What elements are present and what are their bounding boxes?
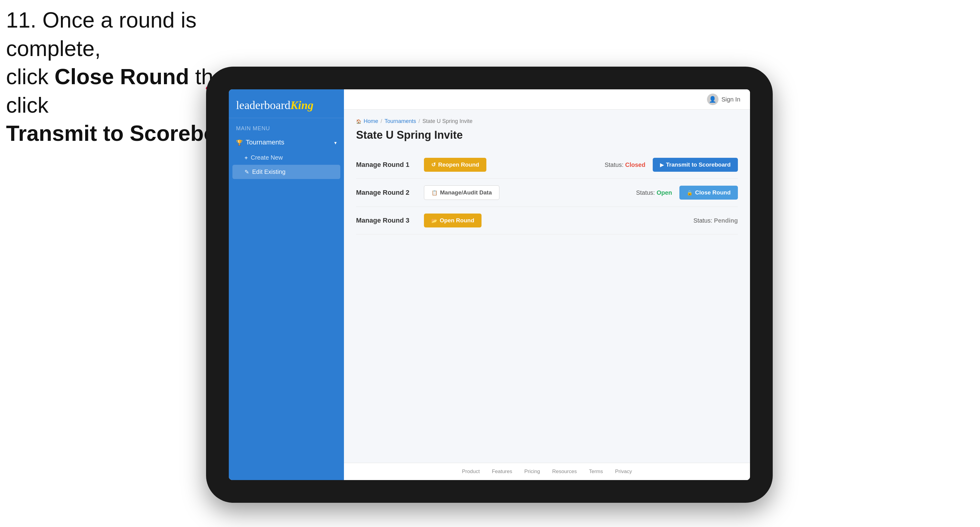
chevron-down-icon — [334, 138, 337, 146]
sidebar-item-create-new[interactable]: Create New — [229, 151, 344, 165]
round-1-status-value: Closed — [625, 162, 646, 168]
round-3-status-value: Pending — [714, 217, 738, 224]
round-1-status: Status: Closed — [605, 162, 646, 168]
round-1-title: Manage Round 1 — [356, 161, 417, 169]
sidebar-item-tournaments[interactable]: Tournaments — [229, 134, 344, 151]
open-round-button[interactable]: Open Round — [424, 214, 482, 227]
app-layout: leaderboardKing MAIN MENU Tournaments — [229, 89, 750, 480]
tablet-screen: leaderboardKing MAIN MENU Tournaments — [229, 89, 750, 480]
tablet-device: leaderboardKing MAIN MENU Tournaments — [206, 67, 773, 503]
tournaments-label: Tournaments — [246, 138, 284, 146]
edit-icon — [245, 168, 249, 175]
open-round-icon — [431, 217, 437, 224]
sidebar-menu: MAIN MENU Tournaments Create New — [229, 118, 344, 184]
logo: leaderboardKing — [236, 98, 337, 112]
footer-pricing[interactable]: Pricing — [524, 468, 540, 475]
reopen-icon — [431, 162, 436, 168]
instruction-line2: click Close Round then click — [6, 65, 237, 117]
sign-in-label: Sign In — [722, 96, 740, 103]
round-2-status: Status: Open — [636, 189, 672, 196]
close-icon — [687, 189, 693, 196]
home-icon — [356, 118, 361, 124]
sidebar: leaderboardKing MAIN MENU Tournaments — [229, 89, 344, 480]
round-3-title: Manage Round 3 — [356, 217, 417, 224]
breadcrumb-sep2: / — [418, 118, 420, 124]
sidebar-item-edit-existing[interactable]: Edit Existing — [232, 165, 340, 179]
transmit-icon — [660, 162, 663, 168]
manage-audit-button[interactable]: Manage/Audit Data — [424, 185, 500, 200]
breadcrumb-home[interactable]: Home — [364, 118, 378, 124]
sign-in-button[interactable]: 👤 Sign In — [707, 94, 740, 105]
logo-king: King — [290, 99, 313, 111]
footer: Product Features Pricing Resources Terms… — [344, 463, 750, 480]
footer-resources[interactable]: Resources — [552, 468, 577, 475]
menu-label: MAIN MENU — [229, 123, 344, 134]
round-2-row: Manage Round 2 Manage/Audit Data Status:… — [356, 179, 738, 207]
content-area: Home / Tournaments / State U Spring Invi… — [344, 110, 750, 463]
footer-product[interactable]: Product — [462, 468, 480, 475]
breadcrumb: Home / Tournaments / State U Spring Invi… — [356, 118, 738, 124]
breadcrumb-current: State U Spring Invite — [422, 118, 473, 124]
footer-features[interactable]: Features — [492, 468, 512, 475]
reopen-round-button[interactable]: Reopen Round — [424, 158, 486, 172]
logo-leaderboard: leaderboard — [236, 99, 290, 111]
sidebar-logo: leaderboardKing — [229, 89, 344, 118]
user-avatar: 👤 — [707, 94, 719, 105]
top-bar: 👤 Sign In — [344, 89, 750, 110]
round-3-row: Manage Round 3 Open Round Status: Pendin… — [356, 207, 738, 235]
round-3-status: Status: Pending — [693, 217, 738, 224]
edit-existing-label: Edit Existing — [252, 168, 285, 175]
footer-privacy[interactable]: Privacy — [615, 468, 632, 475]
main-content: 👤 Sign In Home / Tournaments / State U S… — [344, 89, 750, 480]
round-2-status-value: Open — [657, 189, 672, 196]
close-round-button[interactable]: Close Round — [679, 186, 738, 200]
instruction-line1: 11. Once a round is complete, — [6, 8, 196, 60]
transmit-scoreboard-button[interactable]: Transmit to Scoreboard — [653, 158, 738, 172]
round-1-row: Manage Round 1 Reopen Round Status: Clos… — [356, 151, 738, 179]
breadcrumb-sep1: / — [380, 118, 382, 124]
footer-terms[interactable]: Terms — [589, 468, 603, 475]
plus-icon — [245, 154, 248, 161]
create-new-label: Create New — [251, 154, 283, 161]
trophy-icon — [236, 138, 243, 146]
round-2-title: Manage Round 2 — [356, 189, 417, 197]
page-title: State U Spring Invite — [356, 129, 738, 141]
breadcrumb-tournaments[interactable]: Tournaments — [385, 118, 416, 124]
audit-icon — [431, 189, 438, 196]
